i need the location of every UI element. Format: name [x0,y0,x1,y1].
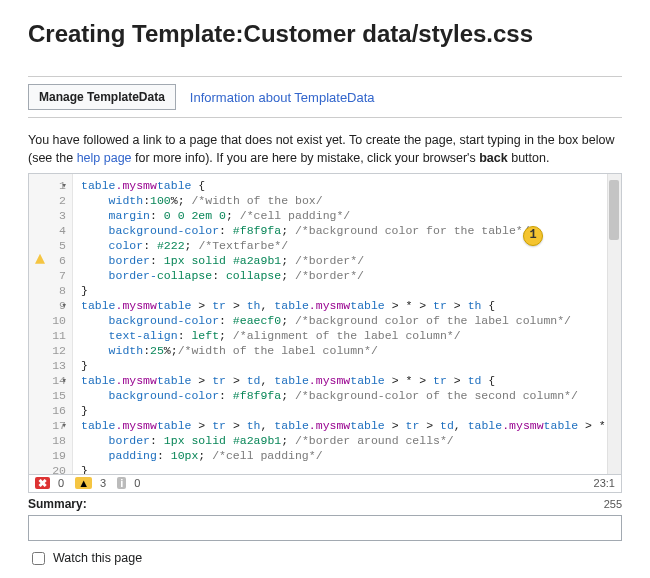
watch-checkbox-row[interactable]: Watch this page [28,549,622,568]
intro-mid: for more info). If you are here by mista… [132,151,480,165]
intro-post: button. [508,151,550,165]
summary-label: Summary: [28,497,622,511]
templatedata-bar: Manage TemplateData Information about Te… [28,76,622,118]
cursor-position: 23:1 [594,477,615,490]
summary-charcount: 255 [604,498,622,510]
help-page-link[interactable]: help page [77,151,132,165]
manage-templatedata-button[interactable]: Manage TemplateData [28,84,176,110]
status-errors-icon: ✖ [35,477,50,489]
editor-statusbar: ✖0 ▲3 i0 23:1 [28,475,622,493]
gutter-warning-icon [35,254,45,264]
editor-code[interactable]: table.mysmwtable { width:100%; /*width o… [73,174,621,474]
editor-scrollbar[interactable] [607,174,621,474]
watch-label: Watch this page [53,551,142,565]
callout-1: 1 [523,226,543,246]
status-warnings-icon: ▲ [75,477,92,489]
summary-input[interactable] [28,515,622,541]
code-editor[interactable]: 1▾23456789▾1011121314▾151617▾181920 tabl… [28,173,622,475]
intro-text: You have followed a link to a page that … [28,131,622,167]
status-errors: 0 [58,477,64,489]
status-warnings: 3 [100,477,106,489]
editor-gutter: 1▾23456789▾1011121314▾151617▾181920 [29,174,73,474]
scrollbar-thumb[interactable] [609,180,619,240]
page-title: Creating Template:Customer data/styles.c… [28,20,622,48]
status-info: 0 [134,477,140,489]
intro-bold: back [479,151,508,165]
watch-checkbox[interactable] [32,552,45,565]
templatedata-info-link[interactable]: Information about TemplateData [190,90,375,105]
status-info-icon: i [117,477,126,489]
